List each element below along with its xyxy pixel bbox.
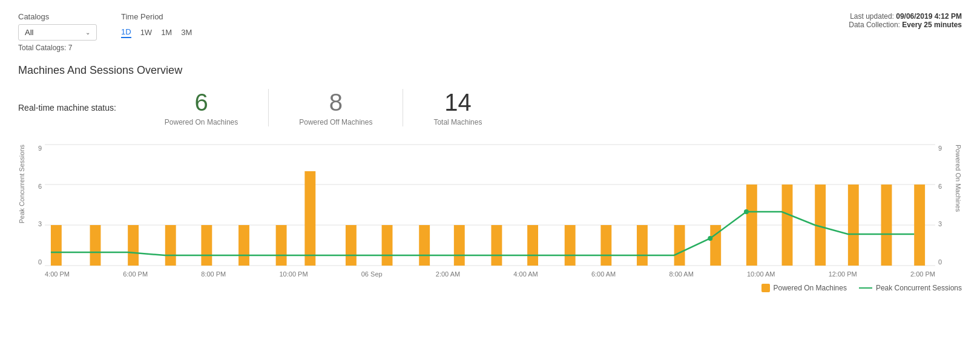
x-label: 2:00 PM xyxy=(910,270,935,278)
bar xyxy=(419,225,430,266)
top-bar: Catalogs All ⌄ Total Catalogs: 7 Time Pe… xyxy=(18,12,962,52)
status-cards: 6 Powered On Machines 8 Powered Off Mach… xyxy=(134,89,513,126)
bar xyxy=(201,225,212,266)
y-axis-left: 0 3 6 9 xyxy=(27,145,45,266)
x-label: 2:00 AM xyxy=(436,270,460,278)
x-label: 6:00 AM xyxy=(591,270,616,278)
y-tick-0: 0 xyxy=(27,258,42,266)
x-label: 10:00 PM xyxy=(279,270,307,278)
legend-item-line: Peak Concurrent Sessions xyxy=(859,284,962,292)
bar xyxy=(881,185,892,266)
powered-on-label: Powered On Machines xyxy=(165,118,238,126)
powered-off-card: 8 Powered Off Machines xyxy=(269,89,403,126)
x-label: 06 Sep xyxy=(361,270,383,278)
powered-off-label: Powered Off Machines xyxy=(299,118,372,126)
bar xyxy=(346,225,357,266)
y-right-tick-9: 9 xyxy=(938,145,953,152)
x-label: 4:00 AM xyxy=(513,270,538,278)
y-tick-9: 9 xyxy=(27,145,42,152)
time-btn-1d[interactable]: 1D xyxy=(121,26,131,38)
catalogs-dropdown[interactable]: All ⌄ xyxy=(18,24,97,41)
bar xyxy=(276,225,287,266)
bar xyxy=(90,225,101,266)
chart-legend: Powered On Machines Peak Concurrent Sess… xyxy=(18,284,962,292)
time-period-buttons: 1D 1W 1M 3M xyxy=(121,26,192,38)
chart-wrapper: Peak Concurrent Sessions 0 3 6 9 xyxy=(18,145,962,278)
bar xyxy=(527,225,538,266)
bar xyxy=(782,185,793,266)
bar xyxy=(637,225,648,266)
y-right-tick-6: 6 xyxy=(938,183,953,190)
catalogs-value: All xyxy=(25,28,33,37)
bar xyxy=(914,185,925,266)
time-btn-1w[interactable]: 1W xyxy=(140,27,153,38)
legend-bar-label: Powered On Machines xyxy=(774,284,847,292)
powered-off-count: 8 xyxy=(299,89,372,116)
bar xyxy=(165,225,176,266)
time-period-section: Time Period 1D 1W 1M 3M xyxy=(121,12,192,38)
chart-main: 4:00 PM 6:00 PM 8:00 PM 10:00 PM 06 Sep … xyxy=(45,145,935,278)
catalogs-section: Catalogs All ⌄ Total Catalogs: 7 xyxy=(18,12,97,52)
bar xyxy=(454,225,465,266)
y-axis-right-label: Powered On Machines xyxy=(953,145,962,212)
y-right-tick-3: 3 xyxy=(938,220,953,227)
bar xyxy=(600,225,611,266)
total-count: 14 xyxy=(433,89,482,116)
legend-line-icon xyxy=(859,287,872,289)
bar xyxy=(746,185,757,266)
bar xyxy=(382,225,393,266)
line-dot xyxy=(708,236,712,241)
legend-bar-icon xyxy=(761,284,770,292)
x-label: 8:00 PM xyxy=(201,270,226,278)
top-right-info: Last updated: 09/06/2019 4:12 PM Data Co… xyxy=(849,12,962,29)
y-tick-3: 3 xyxy=(27,220,42,227)
last-updated-label: Last updated: xyxy=(850,12,894,21)
bar xyxy=(238,225,249,266)
line-dot xyxy=(744,209,749,214)
x-label: 12:00 PM xyxy=(829,270,857,278)
y-axis-left-label: Peak Concurrent Sessions xyxy=(18,145,27,223)
status-row: Real-time machine status: 6 Powered On M… xyxy=(18,89,962,126)
y-tick-6: 6 xyxy=(27,183,42,190)
bar xyxy=(565,225,576,266)
total-machines-card: 14 Total Machines xyxy=(403,89,512,126)
bar xyxy=(128,225,139,266)
x-label: 4:00 PM xyxy=(45,270,70,278)
last-updated-value: 09/06/2019 4:12 PM xyxy=(896,12,962,21)
data-collection-value: Every 25 minutes xyxy=(902,21,962,29)
bar xyxy=(304,171,315,266)
powered-on-count: 6 xyxy=(165,89,238,116)
x-label: 8:00 AM xyxy=(669,270,693,278)
legend-line-label: Peak Concurrent Sessions xyxy=(876,284,962,292)
total-label: Total Machines xyxy=(433,118,482,126)
top-left: Catalogs All ⌄ Total Catalogs: 7 Time Pe… xyxy=(18,12,192,52)
y-axis-right: 0 3 6 9 xyxy=(935,145,953,266)
bar xyxy=(491,225,502,266)
catalogs-label: Catalogs xyxy=(18,12,97,21)
total-catalogs: Total Catalogs: 7 xyxy=(18,44,97,52)
x-label: 10:00 AM xyxy=(747,270,775,278)
x-label: 6:00 PM xyxy=(123,270,148,278)
section-title: Machines And Sessions Overview xyxy=(18,64,962,77)
chart-container: Peak Concurrent Sessions 0 3 6 9 xyxy=(18,145,962,292)
time-btn-1m[interactable]: 1M xyxy=(161,27,172,38)
data-collection-line: Data Collection: Every 25 minutes xyxy=(849,21,962,29)
bar xyxy=(51,225,62,266)
bar xyxy=(674,225,685,266)
y-right-tick-0: 0 xyxy=(938,258,953,266)
bar xyxy=(848,185,859,266)
status-label: Real-time machine status: xyxy=(18,103,116,113)
chevron-down-icon: ⌄ xyxy=(85,29,90,36)
powered-on-card: 6 Powered On Machines xyxy=(134,89,269,126)
time-period-label: Time Period xyxy=(121,12,192,21)
time-btn-3m[interactable]: 3M xyxy=(181,27,192,38)
data-collection-label: Data Collection: xyxy=(849,21,900,29)
chart-svg xyxy=(45,145,935,266)
page-container: Catalogs All ⌄ Total Catalogs: 7 Time Pe… xyxy=(0,0,980,363)
last-updated-line: Last updated: 09/06/2019 4:12 PM xyxy=(849,12,962,21)
legend-item-bar: Powered On Machines xyxy=(761,284,847,292)
x-axis-labels: 4:00 PM 6:00 PM 8:00 PM 10:00 PM 06 Sep … xyxy=(45,270,935,278)
